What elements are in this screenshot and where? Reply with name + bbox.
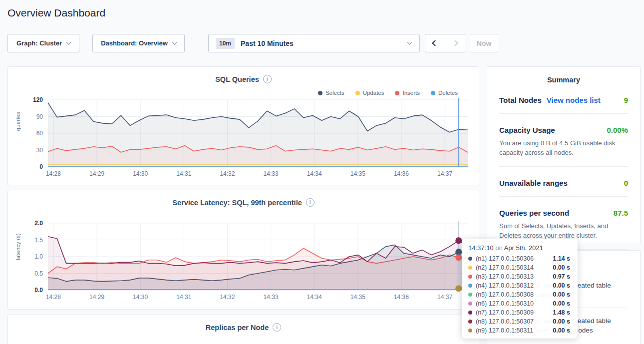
legend-item-updates[interactable]: Updates [355, 90, 384, 96]
sql-queries-card: SQL Queries i Selects Updates Inserts De… [7, 66, 479, 185]
svg-text:14:29: 14:29 [89, 294, 104, 301]
graph-scope-label: Graph: Cluster [16, 39, 62, 47]
tooltip-row: (n9) 127.0.0.1:503110.00 s [468, 326, 571, 335]
legend-item-selects[interactable]: Selects [318, 90, 344, 96]
svg-text:2.0: 2.0 [34, 220, 43, 227]
tooltip-row: (n4) 127.0.0.1:503120.00 s [468, 281, 571, 290]
tooltip-row: (n7) 127.0.0.1:503091.48 s [468, 308, 571, 317]
tooltip-row: (n2) 127.0.0.1:503140.00 s [468, 263, 571, 272]
svg-text:60: 60 [36, 130, 43, 137]
node-dot-icon [468, 329, 472, 333]
qps-value: 87.5 [614, 209, 628, 217]
svg-text:14:30: 14:30 [133, 170, 148, 177]
svg-text:14:31: 14:31 [176, 170, 191, 177]
node-dot-icon [468, 275, 472, 279]
info-icon[interactable]: i [273, 323, 281, 332]
svg-text:14:36: 14:36 [394, 170, 409, 177]
svg-text:14:35: 14:35 [350, 170, 365, 177]
svg-text:14:28: 14:28 [46, 294, 61, 301]
service-latency-chart[interactable]: 14:2814:2914:3014:3114:3214:3314:3414:35… [14, 219, 474, 307]
svg-text:14:32: 14:32 [220, 294, 235, 301]
toolbar-divider [197, 34, 197, 52]
inserts-dot-icon [395, 91, 399, 95]
sql-queries-legend: Selects Updates Inserts Deletes [318, 90, 458, 96]
svg-text:14:31: 14:31 [176, 294, 191, 301]
time-range-badge: 10m [216, 38, 235, 49]
sql-queries-title: SQL Queries [215, 75, 259, 83]
deletes-dot-icon [431, 91, 435, 95]
legend-item-deletes[interactable]: Deletes [431, 90, 458, 96]
tooltip-row: (n3) 127.0.0.1:503130.97 s [468, 272, 571, 281]
node-dot-icon [468, 266, 472, 270]
svg-text:0.5: 0.5 [34, 270, 43, 277]
svg-text:14:37: 14:37 [437, 294, 452, 301]
selects-dot-icon [318, 91, 322, 95]
graph-scope-dropdown[interactable]: Graph: Cluster [7, 34, 79, 52]
time-range-arrows [425, 34, 465, 52]
svg-text:14:35: 14:35 [350, 294, 365, 301]
divider [499, 196, 628, 197]
time-range-label: Past 10 Minutes [241, 39, 294, 47]
capacity-usage-value: 0.00% [607, 126, 628, 134]
tooltip-row: (n8) 127.0.0.1:503070.00 s [468, 317, 571, 326]
svg-text:14:33: 14:33 [264, 294, 279, 301]
summary-panel: Summary Total Nodes View nodes list 9 Ca… [487, 66, 641, 244]
sql-queries-chart[interactable]: 14:2814:2914:3014:3114:3214:3314:3414:35… [14, 96, 474, 183]
chart-hover-tooltip: 14:37:10 on Apr 5th, 2021 (n1) 127.0.0.1… [462, 239, 578, 339]
svg-text:14:29: 14:29 [89, 170, 104, 177]
divider [499, 166, 628, 167]
summary-heading: Summary [487, 67, 640, 84]
node-dot-icon [468, 257, 472, 261]
info-icon[interactable]: i [306, 198, 315, 207]
chevron-left-icon [432, 40, 438, 46]
info-icon[interactable]: i [263, 75, 272, 83]
svg-text:14:33: 14:33 [264, 170, 279, 177]
qps-desc: Sum of Selects, Updates, Inserts, and De… [499, 221, 628, 240]
tooltip-timestamp: 14:37:10 on Apr 5th, 2021 [468, 244, 571, 252]
divider [499, 113, 628, 114]
unavailable-ranges-value: 0 [624, 179, 628, 187]
svg-text:120: 120 [33, 96, 43, 103]
replicas-per-node-card: Replicas per Node i [7, 315, 479, 344]
tooltip-row: (n5) 127.0.0.1:503080.00 s [468, 290, 571, 299]
unavailable-ranges-label: Unavailable ranges [499, 179, 568, 187]
dashboard-dropdown[interactable]: Dashboard: Overview [92, 34, 185, 52]
time-next-button[interactable] [445, 34, 465, 52]
svg-text:0.0: 0.0 [34, 287, 43, 294]
updates-dot-icon [355, 91, 360, 95]
dashboard-label: Dashboard: Overview [101, 39, 168, 47]
node-dot-icon [468, 320, 472, 324]
total-nodes-label: Total Nodes [499, 96, 542, 104]
page-title: Overview Dashboard [7, 7, 105, 19]
service-latency-card: Service Latency: SQL, 99th percentile i … [7, 190, 479, 310]
tooltip-row: (n6) 127.0.0.1:503100.00 s [468, 299, 571, 308]
chevron-right-icon [452, 40, 458, 46]
capacity-usage-desc: You are using 0 B of 4.5 GiB usable disk… [499, 138, 628, 157]
overview-dashboard-page: Overview Dashboard Graph: Cluster Dashbo… [0, 0, 644, 344]
chevron-down-icon [172, 40, 177, 45]
svg-text:90: 90 [36, 113, 43, 120]
legend-item-inserts[interactable]: Inserts [395, 90, 420, 96]
node-dot-icon [468, 311, 472, 315]
time-range-dropdown[interactable]: 10m Past 10 Minutes [208, 34, 420, 52]
time-prev-button[interactable] [425, 34, 445, 52]
capacity-usage-label: Capacity Usage [499, 126, 555, 134]
view-nodes-list-link[interactable]: View nodes list [547, 96, 601, 104]
svg-text:0: 0 [39, 163, 43, 170]
svg-text:14:30: 14:30 [133, 294, 148, 301]
now-button[interactable]: Now [470, 34, 498, 52]
svg-text:14:34: 14:34 [307, 294, 322, 301]
replicas-per-node-title: Replicas per Node [206, 324, 269, 332]
svg-text:1.5: 1.5 [34, 237, 43, 244]
service-latency-title: Service Latency: SQL, 99th percentile [172, 199, 302, 207]
svg-text:30: 30 [36, 147, 43, 154]
node-dot-icon [468, 284, 472, 288]
svg-text:14:37: 14:37 [437, 170, 452, 177]
qps-label: Queries per second [499, 209, 569, 217]
node-dot-icon [468, 293, 472, 297]
total-nodes-value: 9 [624, 96, 628, 104]
tooltip-row: (n1) 127.0.0.1:503061.14 s [468, 254, 571, 263]
svg-text:14:36: 14:36 [394, 294, 409, 301]
chevron-down-icon [66, 40, 71, 45]
svg-text:14:32: 14:32 [220, 170, 235, 177]
